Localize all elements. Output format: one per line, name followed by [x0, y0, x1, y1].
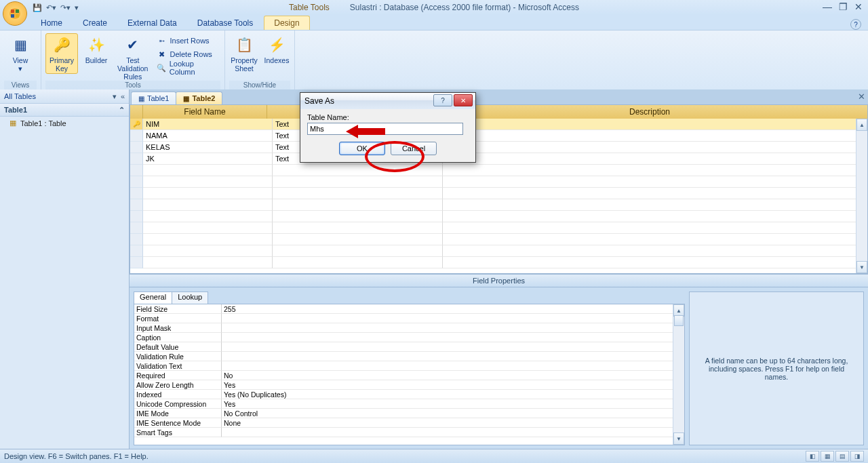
row-selector[interactable]	[130, 176, 143, 188]
description-cell[interactable]	[443, 130, 867, 142]
field-name-cell[interactable]	[143, 222, 273, 234]
office-button[interactable]	[3, 1, 27, 26]
design-rows[interactable]: 🔑NIMTextNAMATextKELASTextJKText ▲ ▼	[130, 119, 867, 273]
property-sheet-button[interactable]: 📋 Property Sheet	[229, 33, 259, 73]
property-value[interactable]: 255	[222, 304, 684, 314]
property-row[interactable]: Default Value	[134, 342, 684, 352]
row-selector[interactable]	[130, 257, 143, 268]
vertical-scrollbar[interactable]: ▲ ▼	[856, 119, 867, 273]
save-icon[interactable]: 💾	[33, 3, 42, 12]
field-name-cell[interactable]	[143, 234, 273, 245]
property-value[interactable]: No Control	[222, 409, 684, 418]
property-row[interactable]: Caption	[134, 333, 684, 342]
row-selector[interactable]	[130, 165, 143, 176]
help-icon[interactable]: ?	[850, 19, 861, 30]
row-selector[interactable]	[130, 222, 143, 234]
cancel-button[interactable]: Cancel	[391, 142, 437, 155]
close-button[interactable]: ✕	[854, 1, 863, 12]
test-validation-button[interactable]: ✔ Test Validation Rules	[115, 33, 151, 81]
nav-item-table1[interactable]: ▦ Table1 : Table	[0, 117, 129, 129]
field-row[interactable]	[130, 222, 867, 234]
nav-group-table1[interactable]: Table1 ⌃	[0, 104, 129, 117]
description-cell[interactable]	[443, 176, 867, 188]
property-row[interactable]: IME Sentence ModeNone	[134, 418, 684, 428]
field-row[interactable]: 🔑NIMText	[130, 119, 867, 130]
qat-dropdown-icon[interactable]: ▾	[75, 3, 79, 12]
lookup-column-button[interactable]: 🔍Lookup Column	[155, 62, 221, 74]
field-row[interactable]	[130, 165, 867, 176]
design-view-icon[interactable]: ◧	[806, 451, 819, 462]
insert-rows-button[interactable]: ➵Insert Rows	[155, 35, 221, 47]
doc-tab-table1[interactable]: ▦Table1	[131, 92, 176, 104]
collapse-icon[interactable]: «	[121, 92, 125, 100]
primary-key-button[interactable]: 🔑 Primary Key	[45, 33, 78, 74]
datasheet-view-icon[interactable]: ▦	[821, 451, 834, 462]
property-row[interactable]: IME ModeNo Control	[134, 409, 684, 418]
field-row[interactable]: JKText	[130, 153, 867, 165]
data-type-cell[interactable]	[273, 165, 443, 176]
view-button[interactable]: ▦ View ▾	[5, 33, 35, 73]
property-value[interactable]: Yes	[222, 399, 684, 409]
property-value[interactable]: No	[222, 371, 684, 380]
property-value[interactable]	[222, 428, 684, 437]
field-name-cell[interactable]: KELAS	[143, 142, 273, 153]
description-cell[interactable]	[443, 142, 867, 153]
property-value[interactable]	[222, 352, 684, 361]
field-name-cell[interactable]	[143, 245, 273, 257]
description-cell[interactable]	[443, 234, 867, 245]
data-type-cell[interactable]	[273, 222, 443, 234]
property-value[interactable]	[222, 342, 684, 352]
tab-database-tools[interactable]: Database Tools	[188, 16, 263, 30]
fp-tab-lookup[interactable]: Lookup	[172, 291, 208, 304]
table-name-input[interactable]	[307, 123, 463, 135]
data-type-cell[interactable]	[273, 176, 443, 188]
field-row[interactable]	[130, 188, 867, 199]
data-type-cell[interactable]	[273, 199, 443, 211]
field-name-cell[interactable]	[143, 211, 273, 222]
property-row[interactable]: Validation Rule	[134, 352, 684, 361]
property-row[interactable]: RequiredNo	[134, 371, 684, 380]
field-name-cell[interactable]	[143, 176, 273, 188]
field-row[interactable]	[130, 234, 867, 245]
property-value[interactable]: None	[222, 418, 684, 428]
property-row[interactable]: Format	[134, 314, 684, 323]
property-row[interactable]: Unicode CompressionYes	[134, 399, 684, 409]
nav-header[interactable]: All Tables ▾ «	[0, 89, 129, 104]
scroll-thumb[interactable]	[674, 315, 684, 326]
close-tab-button[interactable]: ✕	[858, 92, 865, 102]
field-row[interactable]: KELASText	[130, 142, 867, 153]
property-value[interactable]: Yes	[222, 380, 684, 390]
data-type-cell[interactable]	[273, 245, 443, 257]
fp-grid[interactable]: Field Size255FormatInput MaskCaptionDefa…	[134, 304, 685, 445]
description-cell[interactable]	[443, 222, 867, 234]
tab-create[interactable]: Create	[73, 16, 117, 30]
description-cell[interactable]	[443, 211, 867, 222]
row-selector[interactable]	[130, 199, 143, 211]
data-type-cell[interactable]	[273, 234, 443, 245]
property-row[interactable]: IndexedYes (No Duplicates)	[134, 390, 684, 399]
row-selector[interactable]	[130, 142, 143, 153]
property-row[interactable]: Allow Zero LengthYes	[134, 380, 684, 390]
chevron-down-icon[interactable]: ▾	[113, 92, 117, 101]
row-selector[interactable]	[130, 234, 143, 245]
undo-icon[interactable]: ↶▾	[46, 3, 56, 12]
scroll-down-icon[interactable]: ▼	[673, 432, 684, 445]
field-row[interactable]	[130, 211, 867, 222]
field-name-cell[interactable]	[143, 165, 273, 176]
tab-home[interactable]: Home	[31, 16, 72, 30]
doc-tab-table2[interactable]: ▦Table2	[176, 92, 222, 104]
property-row[interactable]: Smart Tags	[134, 428, 684, 437]
property-value[interactable]: Yes (No Duplicates)	[222, 390, 684, 399]
row-selector[interactable]	[130, 188, 143, 199]
row-selector[interactable]	[130, 130, 143, 142]
field-row[interactable]	[130, 199, 867, 211]
restore-button[interactable]: ❐	[839, 1, 848, 12]
row-selector[interactable]: 🔑	[130, 119, 143, 130]
description-cell[interactable]	[443, 257, 867, 268]
field-name-cell[interactable]	[143, 188, 273, 199]
field-row[interactable]	[130, 257, 867, 268]
field-row[interactable]	[130, 176, 867, 188]
property-value[interactable]	[222, 333, 684, 342]
field-name-cell[interactable]	[143, 199, 273, 211]
data-type-cell[interactable]	[273, 211, 443, 222]
